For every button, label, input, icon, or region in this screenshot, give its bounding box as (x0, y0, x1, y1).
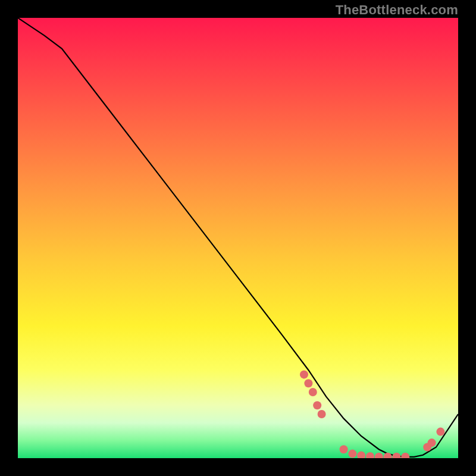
data-marker (366, 452, 374, 458)
data-marker (428, 439, 436, 447)
data-marker (401, 453, 409, 458)
data-marker (392, 453, 400, 458)
data-marker (309, 388, 317, 396)
data-marker (384, 453, 392, 458)
bottleneck-curve-line (18, 18, 458, 457)
data-marker (318, 410, 326, 418)
data-marker (304, 379, 312, 387)
data-marker (357, 452, 365, 458)
data-marker (300, 370, 308, 378)
watermark-text: TheBottleneck.com (336, 2, 458, 18)
data-marker (375, 453, 383, 458)
data-marker (436, 428, 444, 436)
data-marker (313, 401, 321, 409)
data-marker (348, 450, 356, 458)
data-marker (340, 445, 348, 453)
chart-svg (18, 18, 458, 458)
chart-frame (18, 18, 458, 458)
